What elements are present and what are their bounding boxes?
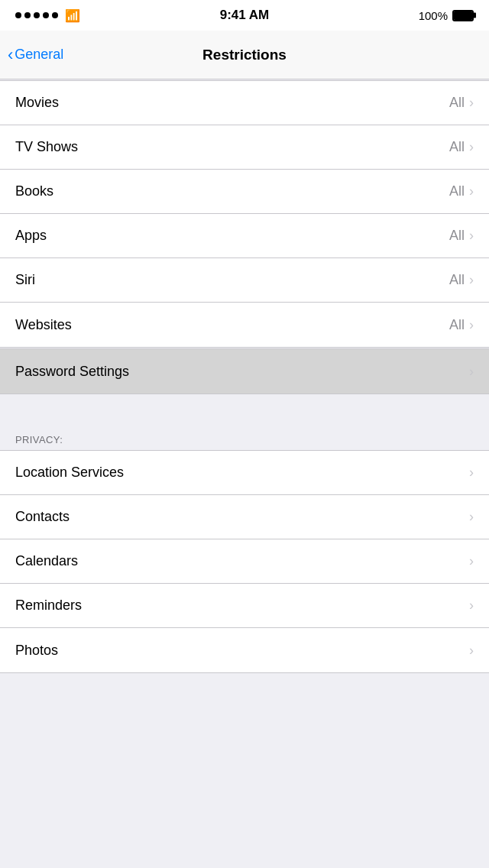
siri-item[interactable]: Siri All › <box>0 258 489 303</box>
back-chevron-icon: ‹ <box>8 47 13 63</box>
contacts-label: Contacts <box>15 509 70 525</box>
photos-label: Photos <box>15 643 58 659</box>
movies-right: All › <box>449 95 474 111</box>
books-label: Books <box>15 183 53 199</box>
apps-chevron-icon: › <box>469 228 474 244</box>
contacts-chevron-icon: › <box>469 509 474 525</box>
signal-dot-2 <box>24 12 31 18</box>
tvshows-right: All › <box>449 139 474 155</box>
websites-value: All <box>449 317 465 333</box>
movies-label: Movies <box>15 95 59 111</box>
photos-right: › <box>469 643 474 659</box>
reminders-item[interactable]: Reminders › <box>0 584 489 628</box>
wifi-icon: 📶 <box>65 8 80 23</box>
websites-label: Websites <box>15 317 72 333</box>
status-time: 9:41 AM <box>220 8 270 23</box>
photos-item[interactable]: Photos › <box>0 628 489 672</box>
tvshows-chevron-icon: › <box>469 139 474 155</box>
websites-chevron-icon: › <box>469 317 474 333</box>
status-bar: 📶 9:41 AM 100% <box>0 0 489 31</box>
books-chevron-icon: › <box>469 183 474 199</box>
password-settings-chevron-icon: › <box>469 364 474 380</box>
status-bar-left: 📶 <box>15 8 80 23</box>
signal-dot-5 <box>52 12 58 18</box>
calendars-label: Calendars <box>15 553 78 569</box>
password-settings-group: Password Settings › <box>0 348 489 394</box>
reminders-chevron-icon: › <box>469 598 474 614</box>
calendars-item[interactable]: Calendars › <box>0 539 489 584</box>
calendars-right: › <box>469 553 474 569</box>
reminders-label: Reminders <box>15 598 82 614</box>
books-item[interactable]: Books All › <box>0 170 489 214</box>
apps-label: Apps <box>15 228 47 244</box>
photos-chevron-icon: › <box>469 643 474 659</box>
websites-item[interactable]: Websites All › <box>0 303 489 347</box>
siri-right: All › <box>449 272 474 288</box>
contacts-item[interactable]: Contacts › <box>0 495 489 539</box>
books-value: All <box>449 183 465 199</box>
battery-percentage: 100% <box>419 9 448 22</box>
contacts-right: › <box>469 509 474 525</box>
battery-fill <box>454 11 472 20</box>
tvshows-value: All <box>449 139 465 155</box>
back-label: General <box>15 47 63 63</box>
siri-chevron-icon: › <box>469 272 474 288</box>
signal-dot-1 <box>15 12 21 18</box>
apps-right: All › <box>449 228 474 244</box>
tvshows-item[interactable]: TV Shows All › <box>0 125 489 170</box>
apps-item[interactable]: Apps All › <box>0 214 489 258</box>
movies-value: All <box>449 95 465 111</box>
password-settings-item[interactable]: Password Settings › <box>0 349 489 394</box>
movies-item[interactable]: Movies All › <box>0 81 489 125</box>
location-services-label: Location Services <box>15 465 124 481</box>
password-settings-label: Password Settings <box>15 364 129 380</box>
books-right: All › <box>449 183 474 199</box>
location-services-item[interactable]: Location Services › <box>0 451 489 495</box>
password-settings-right: › <box>469 364 474 380</box>
content-ratings-group: Movies All › TV Shows All › Books All › … <box>0 80 489 348</box>
signal-strength <box>15 12 58 18</box>
siri-value: All <box>449 272 465 288</box>
apps-value: All <box>449 228 465 244</box>
signal-dot-4 <box>43 12 49 18</box>
reminders-right: › <box>469 598 474 614</box>
signal-dot-3 <box>34 12 40 18</box>
privacy-header: PRIVACY: <box>0 425 489 450</box>
calendars-chevron-icon: › <box>469 553 474 569</box>
back-button[interactable]: ‹ General <box>8 47 63 63</box>
page-title: Restrictions <box>202 47 287 63</box>
siri-label: Siri <box>15 272 35 288</box>
location-services-right: › <box>469 465 474 481</box>
movies-chevron-icon: › <box>469 95 474 111</box>
status-bar-right: 100% <box>419 9 474 22</box>
websites-right: All › <box>449 317 474 333</box>
tvshows-label: TV Shows <box>15 139 78 155</box>
navigation-bar: ‹ General Restrictions <box>0 31 489 79</box>
battery-icon <box>452 10 474 21</box>
location-services-chevron-icon: › <box>469 465 474 481</box>
privacy-group: Location Services › Contacts › Calendars… <box>0 450 489 673</box>
privacy-spacer <box>0 394 489 425</box>
